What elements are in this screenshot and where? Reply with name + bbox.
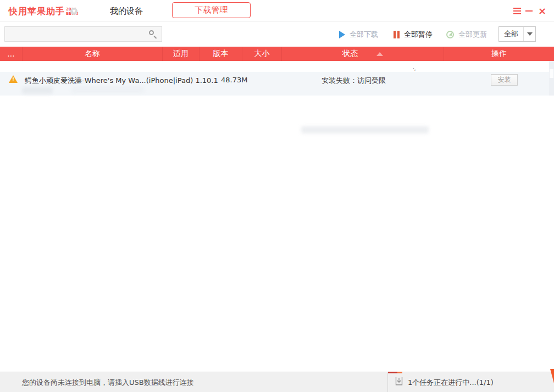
scrollbar-thumb[interactable] <box>550 69 553 78</box>
mini-progress-bar <box>388 372 402 373</box>
task-status-text: 1个任务正在进行中...(1/1) <box>408 378 494 388</box>
download-all-label: 全部下载 <box>350 30 378 40</box>
update-all-button[interactable]: 全部更新 <box>446 29 487 40</box>
column-header-more[interactable]: ... <box>0 47 22 61</box>
minimize-icon[interactable] <box>525 7 534 15</box>
download-all-button[interactable]: 全部下载 <box>339 29 378 40</box>
status-bar: 您的设备尚未连接到电脑，请插入USB数据线进行连接 1个任务正在进行中...(1… <box>0 372 554 392</box>
edge-notification-arrow[interactable] <box>550 369 554 383</box>
column-header-version[interactable]: 版本 <box>199 47 242 61</box>
column-header-applicable[interactable]: 适用 <box>162 47 199 61</box>
row-name: 鳄鱼小顽皮爱洗澡-Where's My Wa...(iPhone|iPad) 1… <box>25 76 218 86</box>
row-size: 48.73M <box>221 76 247 84</box>
update-all-label: 全部更新 <box>458 30 487 40</box>
blur-artifact <box>301 126 429 133</box>
tab-download-manager[interactable]: 下载管理 <box>172 2 251 18</box>
chevron-down-icon <box>527 32 533 36</box>
download-tray-icon <box>395 377 403 386</box>
app-logo[interactable]: 快用苹果助手 2015 BETA! <box>9 6 79 18</box>
task-status-panel[interactable]: 1个任务正在进行中...(1/1) <box>387 372 554 392</box>
notification-band <box>0 61 549 72</box>
connection-status-text: 您的设备尚未连接到电脑，请插入USB数据线进行连接 <box>22 378 194 388</box>
search-input[interactable] <box>8 27 146 41</box>
filter-dropdown[interactable]: 全部 <box>498 26 536 42</box>
search-box <box>4 26 162 42</box>
scrollbar[interactable] <box>549 61 554 96</box>
pause-icon <box>394 31 400 38</box>
install-button[interactable]: 安装 <box>491 74 518 86</box>
tab-my-devices[interactable]: 我的设备 <box>110 6 143 16</box>
column-header-name[interactable]: 名称 <box>22 47 162 61</box>
blur-artifact-mark: ·, <box>413 66 416 71</box>
close-icon[interactable]: × <box>538 7 548 15</box>
row-status: 安装失败：访问受限 <box>322 76 386 86</box>
table-header: ... 名称 适用 版本 大小 状态 操作 <box>0 47 554 61</box>
logo-dropdown-icon[interactable]: ▼ <box>70 8 77 15</box>
pause-all-label: 全部暂停 <box>404 30 433 40</box>
warning-icon <box>9 75 18 83</box>
title-bar: 快用苹果助手 2015 BETA! ▼ 我的设备 下载管理 × <box>0 0 554 21</box>
play-icon <box>339 31 345 38</box>
column-header-operation[interactable]: 操作 <box>444 47 554 61</box>
toolbar: 全部下载 全部暂停 全部更新 全部 <box>0 22 554 47</box>
column-header-size[interactable]: 大小 <box>242 47 281 61</box>
pause-all-button[interactable]: 全部暂停 <box>394 29 433 40</box>
blur-artifact <box>22 87 53 94</box>
filter-dropdown-arrow[interactable] <box>523 27 535 41</box>
blur-artifact <box>71 86 144 93</box>
menu-icon[interactable] <box>513 7 522 15</box>
refresh-icon <box>446 31 454 38</box>
app-logo-text: 快用苹果助手 <box>9 6 65 18</box>
sort-ascending-icon <box>376 52 383 56</box>
search-icon[interactable] <box>149 30 157 38</box>
filter-dropdown-value: 全部 <box>499 29 523 39</box>
column-header-status[interactable]: 状态 <box>281 47 444 61</box>
app-window: 快用苹果助手 2015 BETA! ▼ 我的设备 下载管理 × 全部下载 全部暂… <box>0 0 554 392</box>
